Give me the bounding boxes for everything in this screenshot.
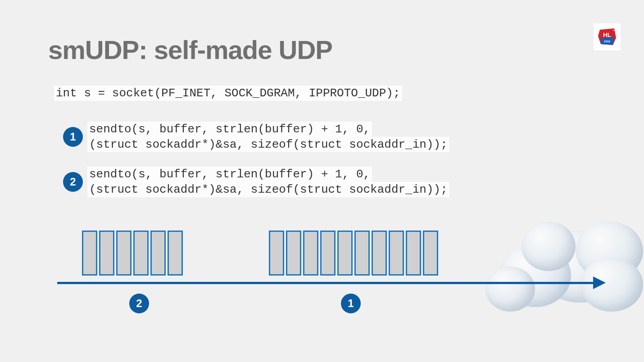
- timeline-diagram: 2 1: [57, 226, 607, 334]
- packet-rect: [269, 231, 284, 276]
- packet-rect: [389, 231, 404, 276]
- slide-title: smUDP: self-made UDP: [48, 35, 332, 65]
- packet-rect: [150, 231, 166, 276]
- timeline-arrow-line: [57, 282, 595, 284]
- packet-rect: [372, 231, 387, 276]
- packet-rect: [423, 231, 438, 276]
- bullet-circle-2: 2: [63, 172, 83, 192]
- svg-text:2019: 2019: [604, 40, 610, 43]
- packet-rect: [82, 231, 97, 276]
- code-sendto-1-line2: (struct sockaddr*)&sa, sizeof(struct soc…: [87, 137, 449, 152]
- packet-rect: [337, 231, 353, 276]
- packet-rect: [168, 231, 183, 276]
- svg-text:HL: HL: [603, 32, 611, 38]
- svg-text:++: ++: [612, 28, 617, 32]
- diagram-label-1: 1: [341, 294, 361, 313]
- packet-rect: [286, 231, 301, 276]
- code-sendto-2-line1: sendto(s, buffer, strlen(buffer) + 1, 0,: [87, 167, 372, 182]
- hl-logo-icon: HL 2019 ++: [597, 27, 617, 47]
- packet-group-2: [82, 231, 183, 276]
- packet-rect: [116, 231, 132, 276]
- packet-rect: [99, 231, 114, 276]
- code-socket-line: int s = socket(PF_INET, SOCK_DGRAM, IPPR…: [54, 86, 402, 101]
- packet-rect: [354, 231, 370, 276]
- packet-group-1: [269, 231, 438, 276]
- packet-rect: [406, 231, 421, 276]
- packet-rect: [303, 231, 318, 276]
- packet-rect: [133, 231, 149, 276]
- code-sendto-2-line2: (struct sockaddr*)&sa, sizeof(struct soc…: [87, 182, 449, 197]
- slide: smUDP: self-made UDP HL 2019 ++ int s = …: [5, 5, 639, 357]
- bullet-circle-1: 1: [63, 127, 83, 147]
- packet-rect: [320, 231, 336, 276]
- code-sendto-1-line1: sendto(s, buffer, strlen(buffer) + 1, 0,: [87, 122, 372, 137]
- conference-logo: HL 2019 ++: [594, 23, 621, 50]
- diagram-label-2: 2: [129, 294, 149, 313]
- timeline-arrow-head-icon: [593, 276, 606, 289]
